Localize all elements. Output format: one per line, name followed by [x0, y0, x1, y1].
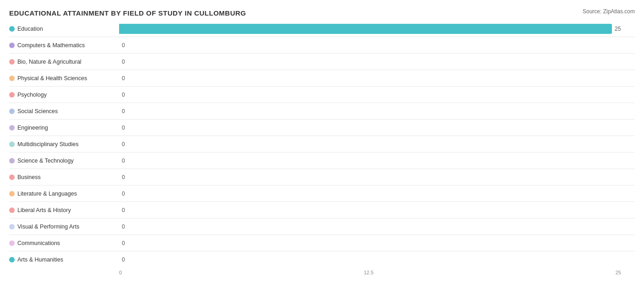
- bar-label-text: Liberal Arts & History: [17, 207, 71, 213]
- bar-track: 0: [119, 238, 635, 248]
- bar-value: 0: [122, 207, 125, 213]
- bar-label-text: Engineering: [17, 125, 48, 131]
- bar-label: Computers & Mathematics: [9, 42, 119, 49]
- bar-track: 0: [119, 106, 635, 116]
- bar-dot: [9, 26, 15, 32]
- bar-label: Communications: [9, 240, 119, 246]
- bar-dot: [9, 174, 15, 180]
- bar-track: 0: [119, 189, 635, 199]
- bar-row: Computers & Mathematics 0: [9, 37, 635, 54]
- bar-track: 0: [119, 156, 635, 166]
- bar-label-text: Psychology: [17, 92, 47, 98]
- bar-dot: [9, 125, 15, 131]
- bar-row: Psychology 0: [9, 87, 635, 103]
- bar-value: 0: [122, 240, 125, 246]
- bar-label: Arts & Humanities: [9, 256, 119, 263]
- bar-row: Literature & Languages 0: [9, 185, 635, 202]
- bar-row: Social Sciences 0: [9, 103, 635, 120]
- bar-row: Engineering 0: [9, 120, 635, 136]
- bar-label: Liberal Arts & History: [9, 207, 119, 213]
- bar-dot: [9, 76, 15, 81]
- bar-label-text: Business: [17, 174, 41, 180]
- bar-track: 0: [119, 123, 635, 133]
- bar-dot: [9, 142, 15, 147]
- bar-label: Bio, Nature & Agricultural: [9, 59, 119, 65]
- bar-value: 0: [122, 125, 125, 131]
- bar-value: 0: [122, 42, 125, 49]
- bar-row: Education 25: [9, 21, 635, 37]
- bar-dot: [9, 59, 15, 65]
- bar-value: 0: [122, 224, 125, 230]
- bar-row: Multidisciplinary Studies 0: [9, 136, 635, 153]
- bar-label: Physical & Health Sciences: [9, 75, 119, 82]
- bar-row: Business 0: [9, 169, 635, 185]
- bar-dot: [9, 158, 15, 164]
- bar-track: 0: [119, 139, 635, 149]
- bar-value: 0: [122, 59, 125, 65]
- bar-row: Bio, Nature & Agricultural 0: [9, 54, 635, 70]
- bars-wrapper: Education 25 Computers & Mathematics 0 B…: [9, 21, 635, 268]
- bar-fill: [119, 24, 612, 34]
- bar-label-text: Bio, Nature & Agricultural: [17, 59, 82, 65]
- bar-track: 0: [119, 205, 635, 215]
- bar-value: 0: [122, 158, 125, 164]
- bar-label: Multidisciplinary Studies: [9, 141, 119, 147]
- bar-value: 0: [122, 174, 125, 180]
- bar-label-text: Literature & Languages: [17, 191, 77, 197]
- bar-dot: [9, 109, 15, 114]
- chart-source: Source: ZipAtlas.com: [583, 8, 635, 15]
- bar-track: 0: [119, 90, 635, 100]
- bar-label-text: Computers & Mathematics: [17, 42, 85, 49]
- bar-label: Social Sciences: [9, 108, 119, 115]
- bar-label-text: Physical & Health Sciences: [17, 75, 87, 82]
- bar-dot: [9, 43, 15, 48]
- bar-value: 0: [122, 108, 125, 115]
- bar-track: 25: [119, 24, 635, 34]
- x-axis-label: 0: [119, 270, 122, 275]
- bar-value: 0: [122, 256, 125, 263]
- x-axis: 012.525: [119, 270, 635, 275]
- bar-row: Communications 0: [9, 235, 635, 251]
- x-axis-label: 12.5: [364, 270, 373, 275]
- bar-value: 0: [122, 92, 125, 98]
- bar-row: Visual & Performing Arts 0: [9, 218, 635, 235]
- bar-label: Engineering: [9, 125, 119, 131]
- bar-track: 0: [119, 222, 635, 232]
- bar-row: Liberal Arts & History 0: [9, 202, 635, 218]
- bar-label-text: Visual & Performing Arts: [17, 224, 79, 230]
- bar-label-text: Arts & Humanities: [17, 256, 63, 263]
- bar-dot: [9, 240, 15, 246]
- chart-container: EDUCATIONAL ATTAINMENT BY FIELD OF STUDY…: [0, 0, 644, 289]
- bar-label: Business: [9, 174, 119, 180]
- bar-track: 0: [119, 40, 635, 50]
- bar-label: Science & Technology: [9, 158, 119, 164]
- bar-row: Physical & Health Sciences 0: [9, 70, 635, 87]
- bar-value: 25: [615, 26, 621, 32]
- bar-label: Literature & Languages: [9, 191, 119, 197]
- bar-track: 0: [119, 57, 635, 67]
- bar-label-text: Communications: [17, 240, 60, 246]
- bar-track: 0: [119, 255, 635, 265]
- bar-label-text: Multidisciplinary Studies: [17, 141, 78, 147]
- x-axis-label: 25: [616, 270, 621, 275]
- bar-label-text: Education: [17, 26, 43, 32]
- bar-label-text: Science & Technology: [17, 158, 74, 164]
- bar-value: 0: [122, 141, 125, 147]
- bar-dot: [9, 191, 15, 196]
- bar-dot: [9, 224, 15, 229]
- bar-label-text: Social Sciences: [17, 108, 58, 115]
- bar-dot: [9, 92, 15, 98]
- bar-dot: [9, 207, 15, 213]
- bar-track: 0: [119, 73, 635, 83]
- bar-value: 0: [122, 191, 125, 197]
- bar-label: Visual & Performing Arts: [9, 224, 119, 230]
- bar-row: Science & Technology 0: [9, 153, 635, 169]
- bar-dot: [9, 257, 15, 262]
- bar-track: 0: [119, 172, 635, 182]
- bar-label: Psychology: [9, 92, 119, 98]
- chart-title: EDUCATIONAL ATTAINMENT BY FIELD OF STUDY…: [9, 9, 635, 17]
- bar-label: Education: [9, 26, 119, 32]
- bar-value: 0: [122, 75, 125, 82]
- bar-row: Arts & Humanities 0: [9, 251, 635, 268]
- chart-area: Education 25 Computers & Mathematics 0 B…: [9, 21, 635, 259]
